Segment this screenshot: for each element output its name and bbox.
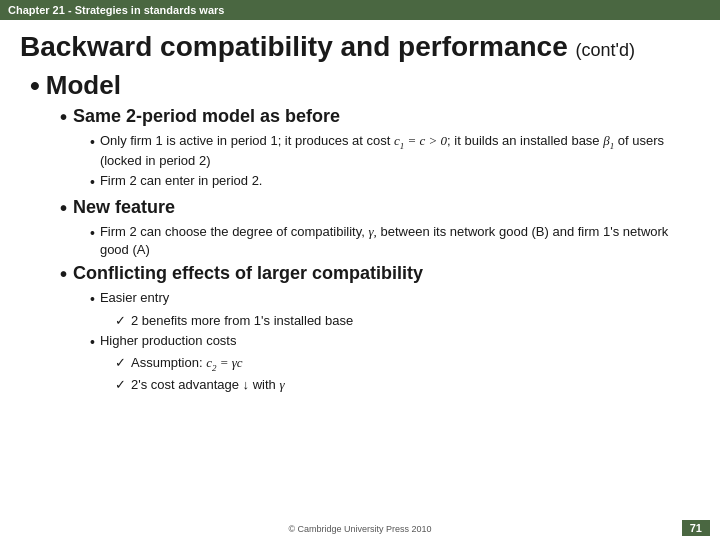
level1-label-new-feature: New feature: [60, 197, 700, 220]
bullet-model: Model: [30, 70, 700, 102]
level3-assumption: Assumption: c2 = γc: [115, 354, 700, 374]
level2-label-firm1: Only firm 1 is active in period 1; it pr…: [90, 132, 700, 170]
level1-new-feature: New feature Firm 2 can choose the degree…: [60, 197, 700, 259]
level3-label-cost-advantage: 2's cost advantage ↓ with γ: [115, 376, 700, 394]
slide-title: Backward compatibility and performance (…: [20, 30, 700, 64]
contd-text: (cont'd): [576, 40, 635, 60]
title-text: Backward compatibility and performance: [20, 31, 568, 62]
chapter-title: Chapter 21 - Strategies in standards war…: [8, 4, 224, 16]
level3-cost-advantage: 2's cost advantage ↓ with γ: [115, 376, 700, 394]
level3-label-assumption: Assumption: c2 = γc: [115, 354, 700, 374]
level2-compatibility: Firm 2 can choose the degree of compatib…: [90, 223, 700, 259]
header-bar: Chapter 21 - Strategies in standards war…: [0, 0, 720, 20]
level2-label-higher-costs: Higher production costs: [90, 332, 700, 353]
level1-label-same: Same 2-period model as before: [60, 106, 700, 129]
model-label: Model: [46, 70, 121, 101]
page-number: 71: [682, 520, 710, 536]
main-content: Backward compatibility and performance (…: [0, 20, 720, 408]
copyright-text: © Cambridge University Press 2010: [0, 524, 720, 534]
level3-label-benefits: 2 benefits more from 1's installed base: [115, 312, 700, 330]
level1-conflicting: Conflicting effects of larger compatibil…: [60, 263, 700, 394]
level2-firm2-enter: Firm 2 can enter in period 2.: [90, 172, 700, 193]
level2-easier-entry: Easier entry 2 benefits more from 1's in…: [90, 289, 700, 330]
level2-label-firm2-enter: Firm 2 can enter in period 2.: [90, 172, 700, 193]
level2-label-easier-entry: Easier entry: [90, 289, 700, 310]
level2-label-compatibility: Firm 2 can choose the degree of compatib…: [90, 223, 700, 259]
level3-benefits: 2 benefits more from 1's installed base: [115, 312, 700, 330]
footer: © Cambridge University Press 2010: [0, 524, 720, 534]
level2-higher-costs: Higher production costs Assumption: c2 =…: [90, 332, 700, 394]
level1-same-model: Same 2-period model as before Only firm …: [60, 106, 700, 193]
level2-firm1: Only firm 1 is active in period 1; it pr…: [90, 132, 700, 170]
level1-label-conflicting: Conflicting effects of larger compatibil…: [60, 263, 700, 286]
